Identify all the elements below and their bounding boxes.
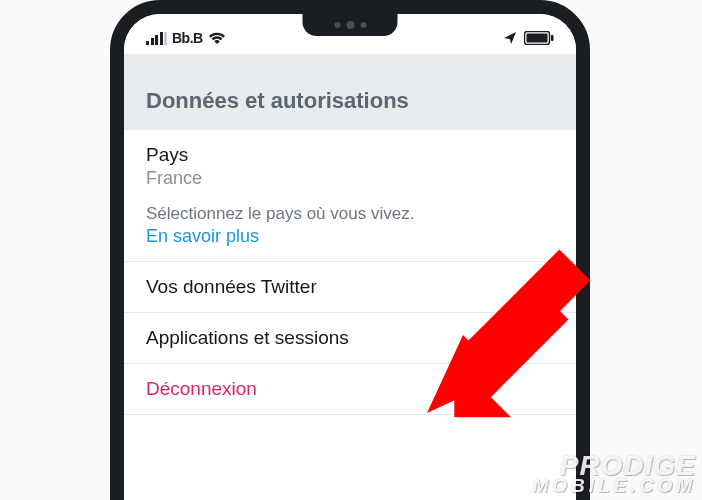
- country-label: Pays: [146, 144, 554, 166]
- battery-icon: [524, 31, 554, 45]
- svg-rect-1: [527, 34, 548, 43]
- section-header: Données et autorisations: [124, 54, 576, 130]
- section-title: Données et autorisations: [146, 88, 554, 114]
- svg-rect-2: [551, 35, 554, 41]
- settings-item-logout[interactable]: Déconnexion: [124, 364, 576, 415]
- settings-item-country[interactable]: Pays France Sélectionnez le pays où vous…: [124, 130, 576, 262]
- phone-notch: [303, 14, 398, 36]
- location-icon: [503, 31, 517, 45]
- country-description: Sélectionnez le pays où vous vivez.: [146, 203, 554, 226]
- phone-frame: Bb.B Données et autorisations Pays Franc…: [110, 0, 590, 500]
- settings-item-your-data[interactable]: Vos données Twitter: [124, 262, 576, 313]
- wifi-icon: [208, 31, 226, 45]
- carrier-label: Bb.B: [172, 30, 203, 46]
- item-label: Applications et sessions: [146, 327, 554, 349]
- learn-more-link[interactable]: En savoir plus: [146, 226, 554, 247]
- settings-item-apps-sessions[interactable]: Applications et sessions: [124, 313, 576, 364]
- item-label: Déconnexion: [146, 378, 554, 400]
- item-label: Vos données Twitter: [146, 276, 554, 298]
- country-value: France: [146, 168, 554, 189]
- signal-icon: [146, 32, 167, 45]
